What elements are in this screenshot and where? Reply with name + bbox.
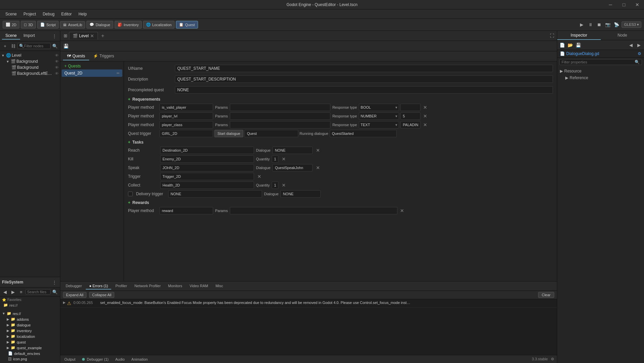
debug-tab-misc[interactable]: Misc: [212, 283, 227, 290]
inspector-group-resource[interactable]: ▶ Resource: [559, 68, 643, 74]
pm-delete-0[interactable]: ✕: [422, 104, 429, 111]
quest-sub-tab-quests[interactable]: 🗺 Quests: [63, 52, 89, 60]
menu-scene[interactable]: Scene: [3, 11, 19, 17]
tab-level[interactable]: 🎬 Level ✕: [69, 32, 98, 40]
precompleted-value[interactable]: NONE: [175, 86, 553, 94]
fs-item-localization[interactable]: ▶ 📁 localization: [0, 333, 60, 339]
search-btn[interactable]: 🔍: [51, 42, 59, 50]
inspector-group-reference[interactable]: ▶ Reference: [559, 74, 643, 81]
menu-project[interactable]: Project: [21, 11, 39, 17]
settings-icon[interactable]: ⚙: [551, 357, 554, 361]
inspector-tab-inspector[interactable]: Inspector: [557, 31, 601, 40]
quest-sub-tab-triggers[interactable]: ⚡ Triggers: [89, 52, 118, 60]
error-row-0[interactable]: ▶ ⚠ 0:00:05.265 set_enabled_focus_mode: …: [60, 299, 557, 308]
delivery-trigger-value[interactable]: NONE: [168, 190, 262, 198]
toolbar-inventory[interactable]: 🎒 Inventory: [115, 21, 142, 29]
tree-item-background-group[interactable]: ▼ 🎬 Background 👁: [0, 58, 60, 64]
reward-method-value[interactable]: reward: [159, 207, 213, 214]
pm-method-1[interactable]: player_lvl: [159, 112, 213, 120]
tasks-section-header[interactable]: + Tasks: [128, 140, 553, 145]
clear-btn[interactable]: Clear: [538, 292, 554, 298]
debug-tab-video-ram[interactable]: Video RAM: [186, 283, 211, 290]
menu-help[interactable]: Help: [76, 11, 89, 17]
open-resource-btn[interactable]: 📂: [567, 41, 574, 49]
tab-scene[interactable]: Scene: [2, 32, 20, 40]
toolbar-2d[interactable]: ⬜ 2D: [3, 21, 19, 29]
toolbar-script[interactable]: 📄 Script: [37, 21, 59, 29]
fs-fwd-btn[interactable]: ▶: [9, 288, 17, 296]
play-button[interactable]: ▶: [578, 21, 585, 29]
eye-icon-bg[interactable]: 👁: [55, 65, 59, 69]
pm-value-1[interactable]: 5: [400, 112, 421, 120]
debug-tab-network-profiler[interactable]: Network Profiler: [131, 283, 164, 290]
status-tab-audio[interactable]: Audio: [114, 357, 126, 362]
add-tab-btn[interactable]: +: [99, 32, 107, 40]
minimize-btn[interactable]: ─: [604, 0, 617, 9]
pm-type-0[interactable]: BOOL ▾: [359, 104, 399, 111]
pm-method-2[interactable]: player_class: [159, 121, 213, 128]
tab-import[interactable]: Import: [20, 32, 38, 40]
eye-icon-bgleft[interactable]: 👁: [55, 71, 59, 75]
fs-list-btn[interactable]: ≡: [17, 288, 25, 296]
collapse-all-btn[interactable]: Collapse All: [89, 292, 114, 298]
fs-options-btn[interactable]: ⋮: [51, 278, 58, 286]
debug-tab-debugger[interactable]: Debugger: [62, 283, 85, 290]
task-extra-value-speak[interactable]: QuestSpeakJohn: [272, 164, 313, 171]
trigger-value[interactable]: GIRL_2D: [159, 130, 213, 137]
pm-params-2[interactable]: [230, 121, 330, 128]
inspector-search-input[interactable]: [562, 60, 635, 64]
restore-btn[interactable]: □: [617, 0, 631, 9]
status-tab-animation[interactable]: Animation: [130, 357, 149, 362]
tree-item-background[interactable]: 🎬 Background 👁: [0, 64, 60, 70]
history-back-btn[interactable]: ◀: [627, 41, 635, 49]
tab-close-level[interactable]: ✕: [90, 34, 94, 38]
quest-save-btn[interactable]: 💾: [62, 42, 70, 50]
fs-item-quest[interactable]: ▶ 📁 quest: [0, 339, 60, 345]
toolbar-localization[interactable]: 🌐 Localization: [143, 21, 175, 29]
menu-editor[interactable]: Editor: [59, 11, 74, 17]
reward-params-value[interactable]: [230, 207, 397, 214]
running-dialogue-value[interactable]: QuestStarted: [330, 130, 397, 137]
tree-item-bgleft[interactable]: 🎬 BackgroundLeftE… 👁: [0, 70, 60, 76]
camera-button[interactable]: 📷: [604, 21, 611, 29]
task-value-reach[interactable]: Destination_2D: [160, 147, 254, 154]
stop-button[interactable]: ⏹: [595, 21, 603, 29]
task-value-speak[interactable]: JOHN_2D: [160, 164, 254, 171]
fs-back-btn[interactable]: ◀: [1, 288, 9, 296]
pm-type-1[interactable]: NUMBER ▾: [359, 112, 399, 120]
pm-params-1[interactable]: [230, 112, 330, 120]
debug-tab-monitors[interactable]: Monitors: [165, 283, 186, 290]
fs-item-quest-example[interactable]: ▶ 📁 quest_example: [0, 345, 60, 351]
task-value-trigger[interactable]: Trigger_2D: [160, 173, 254, 180]
uiname-value[interactable]: QUEST_START_NAME: [175, 65, 553, 72]
task-extra-value-kill[interactable]: 1: [272, 155, 278, 163]
fs-item-icon[interactable]: 🖼 icon.png: [0, 356, 60, 362]
fs-search-btn[interactable]: 🔍: [51, 288, 59, 296]
task-del-trigger[interactable]: ✕: [256, 173, 263, 180]
task-del-reach[interactable]: ✕: [315, 147, 321, 154]
maximize-btn[interactable]: ⛶: [548, 32, 556, 40]
task-value-collect[interactable]: Health_2D: [160, 182, 254, 189]
pm-type-2[interactable]: TEXT ▾: [359, 121, 399, 128]
fs-item-dialogue[interactable]: ▶ 📁 dialogue: [0, 322, 60, 328]
tab-layout-btn[interactable]: ⊞: [62, 32, 69, 40]
toolbar-quest[interactable]: 📋 Quest: [176, 21, 198, 29]
new-resource-btn[interactable]: 📄: [559, 41, 566, 49]
status-tab-output[interactable]: Output: [63, 357, 77, 362]
save-resource-btn[interactable]: 💾: [575, 41, 582, 49]
fs-item-res[interactable]: ▼ 📁 res://: [0, 311, 60, 316]
pm-value-0[interactable]: [400, 104, 421, 111]
eye-icon-bg-group[interactable]: 👁: [55, 59, 59, 63]
trigger-dialogue-value[interactable]: Quest: [245, 130, 298, 137]
fs-item-inventory[interactable]: ▶ 📁 inventory: [0, 328, 60, 333]
settings-icon-inspector[interactable]: ⚙: [638, 51, 641, 56]
reward-delete-btn[interactable]: ✕: [399, 207, 405, 214]
expand-all-btn[interactable]: Expand All: [63, 292, 86, 298]
fs-item-addons[interactable]: ▶ 📁 addons: [0, 316, 60, 322]
task-extra-value-reach[interactable]: NONE: [272, 147, 313, 154]
inspector-tab-node[interactable]: Node: [601, 31, 644, 40]
tree-item-level[interactable]: ▼ 🌐 Level 👁: [0, 52, 60, 58]
scene-options-btn[interactable]: ⋮: [51, 32, 58, 40]
debug-tab-profiler[interactable]: Profiler: [112, 283, 130, 290]
fs-search-input[interactable]: [27, 290, 49, 294]
